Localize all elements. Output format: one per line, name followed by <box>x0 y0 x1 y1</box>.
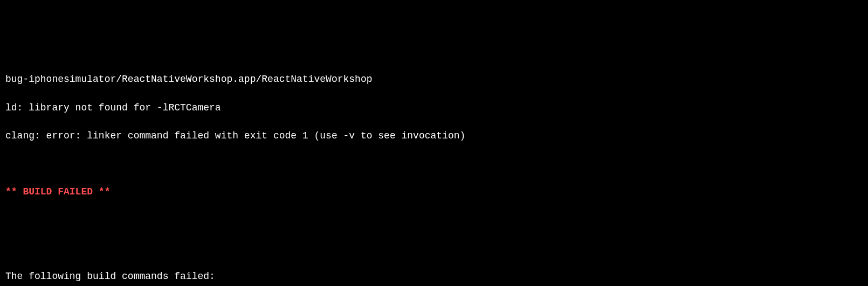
terminal-output[interactable]: bug-iphonesimulator/ReactNativeWorkshop.… <box>5 58 863 286</box>
terminal-line: The following build commands failed: <box>5 269 863 283</box>
build-failed-message: ** BUILD FAILED ** <box>5 185 863 199</box>
terminal-line: ld: library not found for -lRCTCamera <box>5 101 863 115</box>
terminal-blank-line <box>5 157 863 171</box>
terminal-line: bug-iphonesimulator/ReactNativeWorkshop.… <box>5 72 863 86</box>
terminal-blank-line <box>5 241 863 255</box>
terminal-line: clang: error: linker command failed with… <box>5 129 863 143</box>
terminal-blank-line <box>5 213 863 227</box>
